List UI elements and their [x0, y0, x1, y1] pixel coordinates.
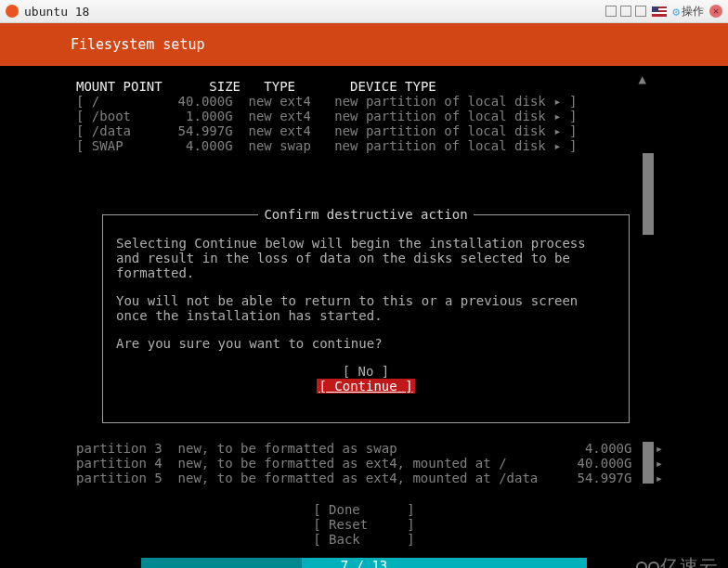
- vm-icon-3[interactable]: [635, 6, 646, 17]
- chevron-right-icon: ▸: [656, 441, 663, 456]
- installer-body: ▲ MOUNT POINT SIZE TYPE DEVICE TYPE [ / …: [0, 66, 728, 568]
- progress-text: 7 / 13: [341, 558, 388, 568]
- list-item[interactable]: partition 5 new, to be formatted as ext4…: [76, 471, 663, 485]
- chevron-right-icon: ▸: [553, 94, 561, 109]
- dialog-title: Confirm destructive action: [103, 207, 629, 222]
- operations-label[interactable]: 操作: [682, 4, 704, 19]
- back-button[interactable]: Back: [329, 532, 360, 547]
- col-devtype: DEVICE TYPE: [350, 79, 436, 94]
- col-size: SIZE: [209, 79, 240, 94]
- no-button[interactable]: [ No ]: [343, 364, 390, 379]
- table-row[interactable]: [ SWAP 4.000G new swap new partition of …: [76, 138, 578, 153]
- flag-us-icon[interactable]: [652, 6, 667, 17]
- vm-icon-1[interactable]: [605, 6, 617, 17]
- scrollbar-thumb-top[interactable]: [643, 153, 654, 235]
- dialog-text-2: You will not be able to return to this o…: [116, 293, 616, 323]
- continue-button[interactable]: [ Continue ]: [317, 379, 415, 394]
- window-titlebar: ubuntu 18 ⚙ 操作 ✕: [0, 0, 728, 23]
- chevron-right-icon: ▸: [553, 138, 561, 153]
- col-mount: MOUNT POINT: [76, 79, 162, 94]
- list-item[interactable]: partition 4 new, to be formatted as ext4…: [76, 456, 663, 471]
- ubuntu-logo-icon: [6, 5, 19, 18]
- chevron-right-icon: ▸: [553, 123, 561, 138]
- page-title: Filesystem setup: [71, 36, 205, 53]
- table-row[interactable]: [ / 40.000G new ext4 new partition of lo…: [76, 94, 578, 109]
- done-button[interactable]: Done: [329, 502, 360, 517]
- watermark: 亿速云: [636, 554, 719, 568]
- close-icon[interactable]: ✕: [709, 5, 722, 18]
- reset-button[interactable]: Reset: [329, 517, 368, 532]
- window-title: ubuntu 18: [24, 5, 89, 19]
- chevron-right-icon: ▸: [656, 456, 663, 471]
- dialog-text-1: Selecting Continue below will begin the …: [116, 236, 616, 280]
- progress-bar: 7 / 13: [141, 558, 587, 568]
- action-buttons: [ Done ] [ Reset ] [ Back ]: [0, 502, 728, 547]
- scroll-up-icon[interactable]: ▲: [639, 71, 646, 86]
- partition-list: partition 3 new, to be formatted as swap…: [76, 441, 652, 485]
- dialog-text-3: Are you sure you want to continue?: [116, 336, 616, 351]
- gear-icon[interactable]: ⚙: [672, 5, 680, 19]
- confirm-dialog: Confirm destructive action Selecting Con…: [102, 214, 630, 423]
- vm-icon-2[interactable]: [620, 6, 631, 17]
- list-item[interactable]: partition 3 new, to be formatted as swap…: [76, 441, 663, 456]
- mount-table: MOUNT POINT SIZE TYPE DEVICE TYPE [ / 40…: [0, 79, 728, 153]
- table-row[interactable]: [ /data 54.997G new ext4 new partition o…: [76, 123, 578, 138]
- page-header: Filesystem setup: [0, 23, 728, 66]
- chevron-right-icon: ▸: [656, 471, 663, 485]
- col-type: TYPE: [264, 79, 295, 94]
- chevron-right-icon: ▸: [553, 109, 561, 123]
- table-row[interactable]: [ /boot 1.000G new ext4 new partition of…: [76, 109, 578, 123]
